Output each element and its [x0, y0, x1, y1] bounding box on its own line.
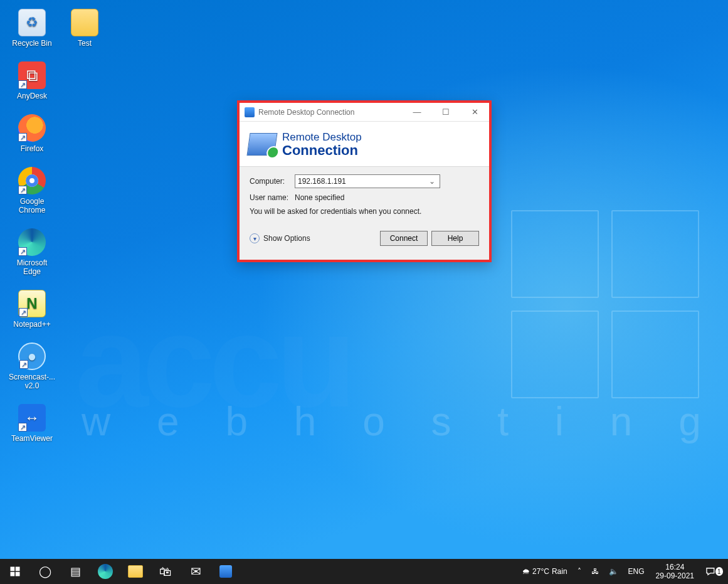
taskbar-app-edge[interactable] [90, 559, 120, 584]
file-explorer-icon [128, 565, 143, 578]
rdc-footer: ▾ Show Options Connect Help [240, 231, 489, 253]
folder-icon [71, 9, 98, 36]
taskbar-app-explorer[interactable] [120, 559, 150, 584]
search-icon: ◯ [39, 565, 51, 578]
desktop-icon-chrome[interactable]: ↗ Google Chrome [8, 167, 56, 215]
teamviewer-icon: ↗ [18, 404, 46, 432]
svg-rect-0 [11, 567, 15, 571]
anydesk-icon: ↗ [18, 61, 46, 89]
task-view-icon: ▤ [70, 565, 81, 578]
window-titlebar[interactable]: Remote Desktop Connection ― ☐ ✕ [240, 103, 489, 122]
svg-rect-2 [11, 572, 15, 576]
action-center-button[interactable]: 1 [700, 559, 728, 584]
svg-rect-3 [16, 572, 20, 576]
rdc-heading-line2: Connection [282, 144, 362, 157]
minimize-button[interactable]: ― [403, 103, 431, 122]
desktop-icon-edge[interactable]: ↗ Microsoft Edge [8, 228, 56, 276]
desktop-icon-label: Recycle Bin [8, 39, 56, 48]
tray-volume-button[interactable]: 🔈 [604, 559, 623, 584]
desktop-icon-label: Screencast-... v2.0 [8, 373, 56, 390]
taskbar-time: 16:24 [656, 563, 694, 571]
desktop-icon-label: Firefox [8, 144, 56, 153]
notepadpp-icon: ↗ [18, 290, 46, 317]
svg-rect-1 [16, 567, 20, 571]
window-title: Remote Desktop Connection [258, 108, 403, 117]
maximize-button[interactable]: ☐ [431, 103, 460, 122]
weather-temp: 27°C [532, 567, 549, 576]
notification-count-badge: 1 [715, 567, 723, 576]
desktop-icons-column: Recycle Bin ↗ AnyDesk ↗ Firefox ↗ Google… [8, 9, 83, 457]
desktop-icon-label: AnyDesk [8, 92, 56, 100]
weather-icon: 🌧 [522, 567, 530, 576]
edge-icon: ↗ [18, 228, 46, 256]
close-button[interactable]: ✕ [460, 103, 489, 122]
desktop-icon-notepadpp[interactable]: ↗ Notepad++ [8, 290, 56, 329]
remote-desktop-window[interactable]: Remote Desktop Connection ― ☐ ✕ Remote D… [237, 100, 492, 262]
taskbar-app-mail[interactable]: ✉ [181, 559, 211, 584]
shortcut-arrow-icon: ↗ [18, 80, 27, 89]
username-value: None specified [295, 193, 344, 202]
chevron-up-icon: ˄ [578, 567, 581, 576]
computer-label: Computer: [250, 177, 295, 186]
chevron-down-circle-icon: ▾ [250, 233, 260, 243]
credentials-hint: You will be asked for credentials when y… [250, 207, 479, 216]
screencast-icon: ↗ [18, 342, 46, 370]
rdc-banner-icon [246, 133, 277, 156]
taskbar-app-rdc[interactable] [211, 559, 241, 584]
desktop-icon-label: Test [60, 39, 109, 48]
microsoft-store-icon: 🛍 [159, 565, 172, 579]
rdc-heading-line1: Remote Desktop [282, 131, 362, 143]
connect-button[interactable]: Connect [380, 231, 428, 246]
shortcut-arrow-icon: ↗ [18, 423, 27, 432]
rdc-banner: Remote Desktop Connection [240, 122, 489, 167]
shortcut-arrow-icon: ↗ [18, 186, 27, 194]
shortcut-arrow-icon: ↗ [18, 247, 27, 256]
desktop-icon-label: Notepad++ [8, 320, 56, 329]
desktop-icon-label: TeamViewer [8, 434, 56, 443]
network-icon: 🖧 [591, 567, 599, 576]
start-button[interactable] [0, 559, 30, 584]
taskbar-app-store[interactable]: 🛍 [150, 559, 181, 584]
weather-text: Rain [552, 567, 567, 576]
desktop-icon-recycle-bin[interactable]: Recycle Bin [8, 9, 56, 48]
show-options-label: Show Options [263, 234, 310, 243]
firefox-icon: ↗ [18, 114, 46, 142]
windows-logo-watermark [511, 210, 705, 405]
brand-tagline-watermark: w e b h o s t i n g [82, 398, 719, 445]
desktop-icon-test-folder[interactable]: Test [60, 9, 109, 48]
recycle-bin-icon [18, 9, 46, 36]
shortcut-arrow-icon: ↗ [18, 133, 27, 142]
taskbar-date: 29-09-2021 [656, 571, 694, 580]
desktop-icon-label: Microsoft Edge [8, 258, 56, 276]
rdc-taskbar-icon [219, 565, 232, 578]
system-tray: 🌧 27°C Rain ˄ 🖧 🔈 ENG 16:24 29-09-2021 1 [517, 559, 728, 584]
tray-language-button[interactable]: ENG [623, 559, 650, 584]
language-indicator: ENG [628, 567, 645, 576]
desktop-icon-label: Google Chrome [8, 197, 56, 215]
desktop-icon-screencast[interactable]: ↗ Screencast-... v2.0 [8, 342, 56, 390]
taskbar-clock[interactable]: 16:24 29-09-2021 [650, 563, 700, 580]
chrome-icon: ↗ [18, 167, 46, 194]
taskbar[interactable]: ◯ ▤ 🛍 ✉ 🌧 27°C Rain ˄ 🖧 🔈 ENG [0, 559, 728, 584]
tray-network-button[interactable]: 🖧 [586, 559, 604, 584]
volume-icon: 🔈 [609, 567, 618, 576]
mail-icon: ✉ [191, 564, 201, 579]
task-view-button[interactable]: ▤ [60, 559, 90, 584]
tray-overflow-button[interactable]: ˄ [572, 559, 586, 584]
desktop[interactable]: accu w e b h o s t i n g Recycle Bin ↗ A… [0, 0, 728, 559]
help-button[interactable]: Help [431, 231, 479, 246]
show-options-toggle[interactable]: ▾ Show Options [250, 233, 310, 243]
computer-combobox[interactable]: 192.168.1.191 ⌄ [295, 174, 440, 188]
desktop-icon-teamviewer[interactable]: ↗ TeamViewer [8, 404, 56, 443]
computer-value[interactable]: 192.168.1.191 [298, 177, 427, 186]
search-button[interactable]: ◯ [30, 559, 60, 584]
rdc-body: Computer: 192.168.1.191 ⌄ User name: Non… [240, 167, 489, 231]
windows-start-icon [9, 566, 21, 577]
shortcut-arrow-icon: ↗ [19, 360, 28, 369]
desktop-icon-firefox[interactable]: ↗ Firefox [8, 114, 56, 153]
chevron-down-icon[interactable]: ⌄ [427, 175, 437, 188]
username-label: User name: [250, 193, 295, 202]
notification-icon [705, 566, 715, 577]
weather-widget[interactable]: 🌧 27°C Rain [517, 559, 572, 584]
desktop-icon-anydesk[interactable]: ↗ AnyDesk [8, 61, 56, 100]
